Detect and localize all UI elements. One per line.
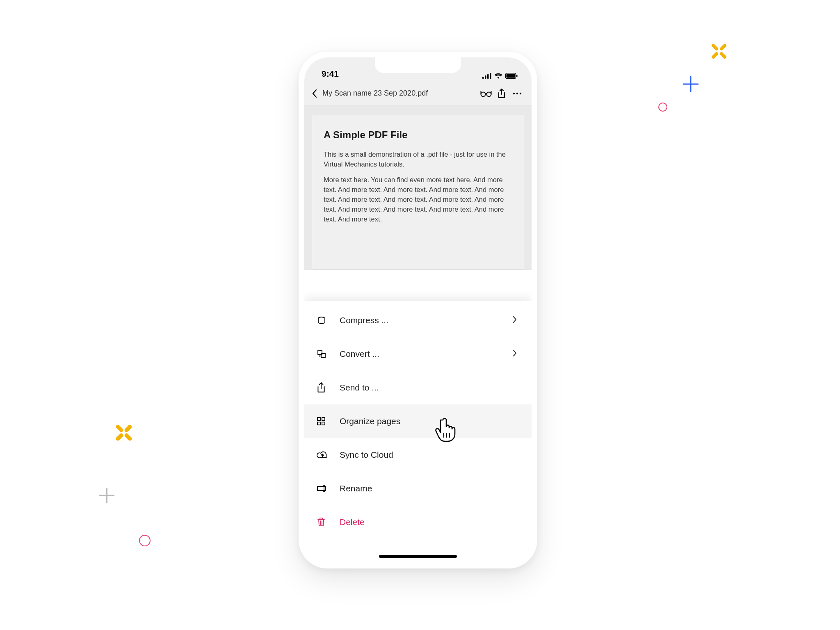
menu-organize-pages[interactable]: Organize pages [304, 404, 532, 438]
chevron-right-icon [513, 316, 517, 323]
svg-rect-18 [516, 75, 518, 77]
phone-frame: 9:41 My Scan name 23 Sep 2020.pdf [299, 52, 537, 568]
menu-delete[interactable]: Delete [304, 505, 532, 539]
action-sheet: Compress ... Convert ... Send to ... [304, 301, 532, 563]
document-page: A Simple PDF File This is a small demons… [312, 114, 524, 270]
decor-plus-blue [681, 74, 701, 94]
menu-sync-label: Sync to Cloud [340, 450, 517, 460]
menu-rename-label: Rename [340, 484, 517, 493]
rename-icon [317, 484, 328, 493]
svg-rect-15 [490, 73, 491, 79]
svg-rect-12 [482, 77, 484, 79]
svg-rect-17 [507, 74, 515, 78]
svg-rect-30 [317, 486, 326, 491]
more-button[interactable] [509, 85, 525, 102]
svg-line-3 [721, 54, 725, 57]
menu-sync[interactable]: Sync to Cloud [304, 438, 532, 472]
menu-compress[interactable]: Compress ... [304, 304, 532, 337]
topbar: My Scan name 23 Sep 2020.pdf [304, 81, 532, 106]
battery-icon [505, 73, 518, 79]
compress-icon [317, 315, 326, 325]
decor-circle-pink-top [658, 103, 667, 112]
svg-line-1 [721, 46, 725, 49]
phone-notch [375, 57, 461, 73]
phone-screen: 9:41 My Scan name 23 Sep 2020.pdf [304, 57, 532, 563]
svg-point-23 [520, 92, 521, 94]
svg-line-6 [118, 427, 121, 430]
home-indicator[interactable] [379, 555, 457, 558]
decor-circle-pink-bottom [139, 535, 151, 546]
document-paragraph: More text here. You can find even more t… [324, 175, 512, 224]
cellular-icon [482, 73, 491, 79]
share-button[interactable] [494, 85, 509, 102]
trash-icon [317, 517, 326, 527]
menu-compress-label: Compress ... [340, 315, 513, 325]
svg-rect-26 [317, 418, 320, 420]
svg-rect-29 [322, 422, 325, 425]
glasses-icon [480, 90, 492, 97]
glasses-button[interactable] [478, 85, 494, 102]
svg-point-22 [516, 92, 518, 94]
document-title: A Simple PDF File [324, 129, 512, 141]
menu-delete-label: Delete [340, 517, 517, 527]
decor-x-gold-top [710, 42, 728, 60]
svg-line-9 [126, 435, 130, 438]
menu-convert[interactable]: Convert ... [304, 337, 532, 371]
svg-point-19 [481, 92, 486, 96]
chevron-right-icon [513, 349, 517, 357]
menu-rename[interactable]: Rename [304, 472, 532, 505]
menu-organize-label: Organize pages [340, 416, 517, 426]
document-viewport[interactable]: A Simple PDF File This is a small demons… [304, 106, 532, 270]
status-time: 9:41 [322, 69, 339, 79]
document-paragraph: This is a small demonstration of a .pdf … [324, 150, 512, 169]
svg-line-0 [713, 46, 717, 49]
sendto-icon [317, 382, 326, 393]
decor-plus-gray [97, 486, 116, 505]
back-button[interactable] [308, 85, 322, 102]
organize-icon [317, 417, 326, 426]
decor-x-gold-left [114, 423, 133, 442]
wifi-icon [494, 73, 502, 79]
share-icon [498, 89, 506, 98]
chevron-left-icon [312, 89, 317, 98]
svg-rect-28 [317, 422, 320, 425]
convert-icon [317, 349, 326, 359]
svg-rect-14 [487, 74, 489, 79]
svg-line-2 [713, 54, 717, 57]
more-icon [513, 92, 522, 95]
cursor-pointer-icon [435, 417, 459, 443]
svg-rect-13 [485, 75, 486, 79]
file-name: My Scan name 23 Sep 2020.pdf [322, 89, 428, 98]
menu-sendto[interactable]: Send to ... [304, 371, 532, 404]
svg-line-7 [126, 427, 130, 430]
svg-point-20 [487, 92, 491, 96]
svg-rect-27 [322, 418, 325, 420]
cloud-sync-icon [317, 450, 328, 459]
menu-convert-label: Convert ... [340, 349, 513, 359]
svg-line-8 [118, 435, 121, 438]
status-indicators [482, 73, 518, 79]
svg-point-21 [513, 92, 515, 94]
menu-sendto-label: Send to ... [340, 383, 517, 393]
